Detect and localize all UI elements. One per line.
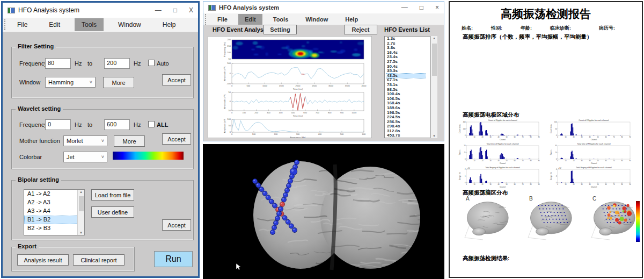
svg-text:70: 70 bbox=[613, 183, 615, 185]
bipolar-channel-listbox[interactable]: A1 -> A2A2 -> A3A3 -> A4B1 -> B2B2 -> B3… bbox=[24, 189, 85, 235]
svg-text:40: 40 bbox=[555, 145, 557, 147]
events-scrollbar[interactable]: ▲ ▼ bbox=[430, 36, 437, 138]
maximize-button[interactable]: □ bbox=[420, 4, 423, 11]
svg-text:60: 60 bbox=[514, 183, 516, 185]
svg-text:Energy / uV²: Energy / uV² bbox=[459, 172, 461, 181]
svg-text:20: 20 bbox=[481, 160, 484, 162]
app-icon bbox=[208, 5, 216, 11]
svg-text:30: 30 bbox=[581, 160, 583, 162]
menu-item[interactable]: Edit bbox=[238, 14, 262, 25]
setting-button[interactable]: Setting bbox=[264, 25, 297, 34]
channel-pair-item[interactable]: A2 -> A3 bbox=[24, 198, 78, 207]
wavelet-accept-button[interactable]: Accept bbox=[162, 133, 191, 145]
run-button[interactable]: Run bbox=[154, 251, 193, 267]
listbox-scrollbar[interactable]: ▲ ▼ bbox=[77, 190, 84, 235]
scroll-down-icon[interactable]: ▼ bbox=[433, 134, 436, 138]
menu-item[interactable]: Help bbox=[156, 18, 183, 31]
channel-pair-item[interactable]: B2 -> B3 bbox=[24, 224, 78, 233]
svg-text:50: 50 bbox=[597, 136, 599, 138]
svg-text:100: 100 bbox=[242, 111, 246, 114]
wavelet-freq-from-input[interactable]: 0 bbox=[45, 119, 71, 130]
menu-item[interactable]: Window bbox=[299, 14, 334, 25]
svg-text:100: 100 bbox=[252, 133, 256, 135]
filter-freq-to-input[interactable]: 200 bbox=[104, 58, 130, 69]
menu-item[interactable]: File bbox=[211, 14, 234, 25]
svg-text:Channel: Channel bbox=[591, 139, 597, 141]
channel-pair-item[interactable]: A3 -> A4 bbox=[24, 207, 78, 216]
toolbar-grip-icon[interactable] bbox=[4, 19, 7, 30]
filter-freq-from-input[interactable]: 80 bbox=[45, 58, 71, 69]
all-checkbox[interactable] bbox=[148, 121, 155, 127]
patient-field-label[interactable]: 病历号: bbox=[599, 25, 615, 32]
clinical-report-button[interactable]: Clinical report bbox=[73, 254, 125, 266]
svg-text:-500: -500 bbox=[226, 82, 231, 85]
svg-text:10: 10 bbox=[565, 136, 567, 138]
patient-field-label[interactable]: 性别: bbox=[491, 25, 502, 32]
svg-text:60: 60 bbox=[514, 136, 516, 138]
minimize-button[interactable]: — bbox=[155, 6, 162, 14]
scroll-down-icon[interactable]: ▼ bbox=[79, 231, 83, 234]
maximize-button[interactable]: □ bbox=[173, 6, 177, 14]
close-button[interactable]: × bbox=[435, 4, 439, 11]
menu-item[interactable]: Tools bbox=[267, 14, 295, 25]
patient-field-label[interactable]: 年龄: bbox=[521, 25, 532, 32]
svg-text:2: 2 bbox=[465, 168, 466, 170]
svg-text:80: 80 bbox=[530, 136, 532, 138]
toolbar-grip-icon[interactable] bbox=[205, 14, 208, 25]
analysis-result-button[interactable]: Analysis result bbox=[17, 254, 69, 266]
reject-button[interactable]: Reject bbox=[344, 25, 377, 34]
filter-accept-button[interactable]: Accept bbox=[162, 74, 191, 85]
menu-item[interactable]: Edit bbox=[42, 18, 67, 31]
window-dropdown[interactable]: Hamming˅ bbox=[45, 77, 96, 88]
svg-text:60: 60 bbox=[514, 160, 516, 162]
channel-pair-item[interactable]: A1 -> A2 bbox=[24, 190, 78, 198]
auto-checkbox[interactable] bbox=[148, 60, 155, 66]
user-define-button[interactable]: User define bbox=[91, 206, 134, 218]
svg-text:Channel: Channel bbox=[500, 162, 506, 164]
menu-item[interactable]: Tools bbox=[75, 18, 104, 31]
svg-text:150: 150 bbox=[227, 45, 231, 47]
svg-text:200: 200 bbox=[274, 133, 278, 135]
menu-item[interactable]: Window bbox=[111, 18, 148, 31]
bipolar-accept-button[interactable]: Accept bbox=[162, 219, 191, 231]
svg-text:30: 30 bbox=[489, 183, 492, 185]
scroll-up-icon[interactable]: ▲ bbox=[79, 190, 83, 194]
patient-field-label[interactable]: 临床诊断: bbox=[550, 25, 571, 32]
svg-text:80: 80 bbox=[621, 136, 623, 138]
group-title: Bipolar setting bbox=[16, 176, 61, 183]
wavelet-freq-to-input[interactable]: 600 bbox=[104, 119, 130, 130]
hfo-events-listbox[interactable]: 1.3s2.7s3.8s16.4s23.4s27.5s30.4s35.3s43.… bbox=[384, 36, 430, 138]
menu-item[interactable]: Help bbox=[339, 14, 364, 25]
svg-text:2: 2 bbox=[556, 175, 557, 177]
to-label: to bbox=[87, 121, 92, 128]
filter-more-button[interactable]: More bbox=[103, 77, 134, 88]
hz-label: Hz bbox=[134, 121, 141, 128]
svg-text:0: 0 bbox=[466, 183, 467, 185]
event-analysis-plots: 50100150200Frequency (Hz)-5000500Amplitu… bbox=[208, 37, 371, 138]
channel-pair-item[interactable]: B1 -> B2 bbox=[24, 216, 78, 224]
svg-text:80: 80 bbox=[530, 160, 532, 162]
svg-text:0: 0 bbox=[557, 160, 558, 162]
left-menubar: FileEditToolsWindowHelp bbox=[3, 18, 198, 32]
menu-item[interactable]: File bbox=[10, 18, 34, 31]
mother-function-dropdown[interactable]: Morlet˅ bbox=[63, 135, 107, 146]
patient-field-label[interactable]: 姓名: bbox=[462, 25, 473, 32]
colorbar-dropdown[interactable]: Jet˅ bbox=[63, 152, 107, 162]
scroll-thumb[interactable] bbox=[432, 44, 437, 76]
close-button[interactable]: X bbox=[189, 6, 193, 14]
wavelet-more-button[interactable]: More bbox=[114, 135, 145, 147]
svg-text:80: 80 bbox=[621, 183, 623, 185]
clinical-report-page: 高频振荡检测报告 姓名:性别:年龄:临床诊断:病历号: 高频振荡排序（个数，频率… bbox=[449, 1, 643, 278]
scroll-up-icon[interactable]: ▲ bbox=[433, 37, 436, 40]
svg-text:20: 20 bbox=[481, 183, 484, 185]
filter-setting-group: Filter Setting Frequency 80 Hz to 200 Hz… bbox=[11, 47, 194, 98]
scroll-thumb[interactable] bbox=[79, 196, 84, 211]
bipolar-setting-group: Bipolar setting A1 -> A2A2 -> A3A3 -> A4… bbox=[11, 180, 194, 240]
svg-text:Time / s: Time / s bbox=[550, 149, 552, 155]
minimize-button[interactable]: — bbox=[401, 4, 408, 11]
brain-3d-view[interactable] bbox=[203, 144, 444, 279]
jet-colorbar-preview bbox=[113, 152, 184, 160]
event-time-item[interactable]: 453.7s bbox=[387, 133, 430, 138]
svg-text:30: 30 bbox=[489, 136, 492, 138]
load-from-file-button[interactable]: Load from file bbox=[91, 189, 134, 201]
